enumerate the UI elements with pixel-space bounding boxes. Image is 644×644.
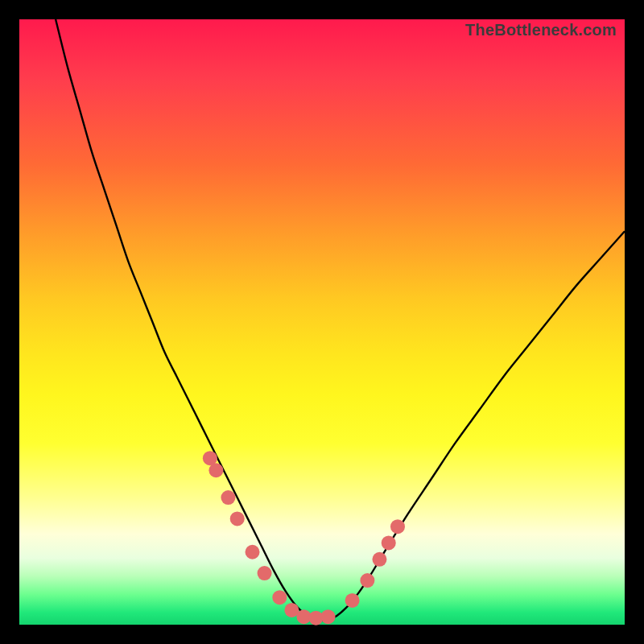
marker-dot <box>272 590 287 605</box>
marker-dot <box>390 519 405 534</box>
marker-dot <box>230 511 245 526</box>
marker-dot <box>221 490 235 505</box>
marker-dot <box>360 573 374 588</box>
marker-group <box>203 451 405 625</box>
bottleneck-curve <box>56 19 625 621</box>
marker-dot <box>208 463 223 477</box>
plot-area: TheBottleneck.com <box>19 19 625 625</box>
marker-dot <box>372 552 386 567</box>
curve-svg <box>19 19 625 625</box>
marker-dot <box>258 566 272 580</box>
chart-container: TheBottleneck.com <box>0 0 644 644</box>
marker-dot <box>246 545 260 559</box>
marker-dot <box>321 609 336 624</box>
marker-dot <box>382 535 396 550</box>
marker-dot <box>345 593 360 608</box>
